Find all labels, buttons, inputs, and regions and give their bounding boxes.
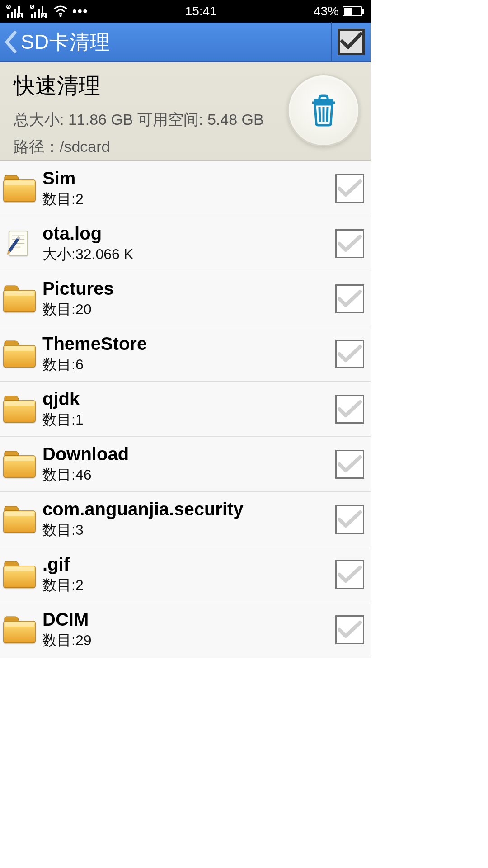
svg-rect-38 xyxy=(5,401,34,406)
folder-icon xyxy=(3,395,36,423)
status-bar: 1 2 ••• 15:41 43% xyxy=(0,0,371,23)
select-all-button[interactable] xyxy=(331,22,371,62)
item-sub: 数目:1 xyxy=(42,410,335,430)
item-info: Download数目:46 xyxy=(42,443,335,485)
item-info: Sim数目:2 xyxy=(42,168,335,209)
svg-rect-10 xyxy=(31,14,33,18)
item-info: com.anguanjia.security数目:3 xyxy=(42,499,335,540)
svg-rect-3 xyxy=(11,12,13,18)
summary-panel: 快速清理 总大小: 11.86 GB 可用空间: 5.48 GB 路径：/sdc… xyxy=(0,62,371,161)
check-icon xyxy=(338,344,362,364)
folder-icon xyxy=(3,175,36,203)
item-checkbox[interactable] xyxy=(335,450,364,479)
svg-rect-19 xyxy=(344,8,352,15)
status-right: 43% xyxy=(314,4,364,19)
item-sub: 数目:6 xyxy=(42,355,335,375)
item-checkbox[interactable] xyxy=(335,505,364,534)
select-all-checkbox-icon xyxy=(338,29,365,55)
list-item[interactable]: DCIM数目:29 xyxy=(0,602,371,657)
battery-text: 43% xyxy=(314,4,339,19)
svg-text:1: 1 xyxy=(19,13,22,18)
item-name: DCIM xyxy=(42,609,335,630)
item-name: ThemeStore xyxy=(42,333,335,354)
list-item[interactable]: qjdk数目:1 xyxy=(0,382,371,437)
check-icon xyxy=(338,454,362,474)
item-sub: 大小:32.066 K xyxy=(42,245,335,264)
check-icon xyxy=(338,565,362,585)
folder-icon xyxy=(3,505,36,533)
item-name: .gif xyxy=(42,554,335,575)
list-item[interactable]: .gif数目:2 xyxy=(0,547,371,602)
check-icon xyxy=(338,289,362,309)
item-checkbox[interactable] xyxy=(335,229,364,258)
item-sub: 数目:20 xyxy=(42,300,335,320)
item-checkbox[interactable] xyxy=(335,395,364,424)
signal-sim2-icon: 2 xyxy=(30,5,49,18)
more-icon: ••• xyxy=(72,4,88,19)
folder-icon xyxy=(3,616,36,644)
list-item[interactable]: Download数目:46 xyxy=(0,437,371,492)
item-info: DCIM数目:29 xyxy=(42,609,335,651)
svg-rect-18 xyxy=(362,9,364,14)
item-name: com.anguanjia.security xyxy=(42,499,335,519)
svg-line-1 xyxy=(7,5,10,8)
item-checkbox[interactable] xyxy=(335,340,364,368)
page-title: SD卡清理 xyxy=(21,29,331,56)
svg-rect-40 xyxy=(5,457,34,461)
svg-rect-2 xyxy=(7,14,9,18)
check-icon xyxy=(338,234,362,254)
item-name: qjdk xyxy=(42,388,335,409)
item-info: qjdk数目:1 xyxy=(42,388,335,430)
svg-rect-44 xyxy=(5,567,34,571)
item-name: Pictures xyxy=(42,278,335,299)
delete-button[interactable] xyxy=(287,74,360,146)
svg-rect-11 xyxy=(34,12,36,18)
check-icon xyxy=(338,509,362,529)
wifi-icon xyxy=(53,5,68,17)
list-item[interactable]: Sim数目:2 xyxy=(0,161,371,216)
list-item[interactable]: ThemeStore数目:6 xyxy=(0,326,371,382)
folder-icon xyxy=(3,450,36,478)
item-info: ota.log大小:32.066 K xyxy=(42,223,335,264)
list-item[interactable]: baidu数目:4 xyxy=(0,657,371,658)
svg-line-22 xyxy=(327,107,328,122)
item-sub: 数目:3 xyxy=(42,520,335,540)
folder-icon xyxy=(3,285,36,313)
list-item[interactable]: Pictures数目:20 xyxy=(0,271,371,326)
svg-rect-24 xyxy=(5,181,34,185)
status-time: 15:41 xyxy=(185,4,217,19)
list-item[interactable]: com.anguanjia.security数目:3 xyxy=(0,492,371,547)
battery-icon xyxy=(343,6,364,16)
folder-icon xyxy=(3,561,36,589)
item-checkbox[interactable] xyxy=(335,284,364,313)
file-list[interactable]: Sim数目:2 ota.log大小:32.066 K Pictures数目:20… xyxy=(0,161,371,658)
list-item[interactable]: ota.log大小:32.066 K xyxy=(0,216,371,271)
svg-text:2: 2 xyxy=(42,13,46,18)
trash-icon xyxy=(309,94,338,127)
item-sub: 数目:2 xyxy=(42,576,335,595)
item-checkbox[interactable] xyxy=(335,560,364,589)
item-info: ThemeStore数目:6 xyxy=(42,333,335,375)
svg-rect-4 xyxy=(14,9,16,18)
item-info: .gif数目:2 xyxy=(42,554,335,595)
chevron-left-icon xyxy=(4,31,17,53)
item-name: ota.log xyxy=(42,223,335,244)
item-sub: 数目:2 xyxy=(42,189,335,209)
folder-icon xyxy=(3,340,36,368)
title-bar: SD卡清理 xyxy=(0,23,371,62)
signal-sim1-icon: 1 xyxy=(6,5,25,18)
item-name: Download xyxy=(42,443,335,464)
svg-rect-42 xyxy=(5,512,34,516)
item-checkbox[interactable] xyxy=(335,615,364,644)
svg-rect-12 xyxy=(38,9,40,18)
svg-point-16 xyxy=(60,15,62,17)
item-checkbox[interactable] xyxy=(335,174,364,203)
svg-line-20 xyxy=(319,107,320,122)
status-left: 1 2 ••• xyxy=(6,4,88,19)
check-icon xyxy=(338,620,362,640)
back-button[interactable] xyxy=(0,22,21,62)
item-info: Pictures数目:20 xyxy=(42,278,335,320)
file-icon xyxy=(3,230,36,258)
svg-line-9 xyxy=(31,5,33,8)
check-icon xyxy=(338,399,362,419)
